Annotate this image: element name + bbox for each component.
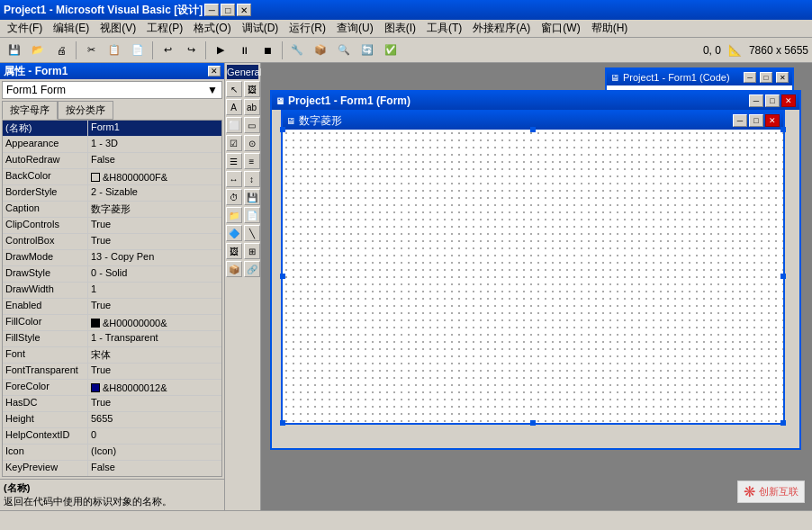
tool-image[interactable]: 🖼 — [226, 243, 242, 259]
tb-paste[interactable]: 📄 — [127, 40, 149, 60]
tool-picture[interactable]: 🖼 — [244, 81, 260, 97]
table-row[interactable]: ForeColor&H80000012& — [3, 380, 221, 396]
code-close-button[interactable]: ✕ — [776, 72, 789, 83]
tb-pause[interactable]: ⏸ — [233, 40, 255, 60]
table-row[interactable]: DrawStyle0 - Solid — [3, 266, 221, 283]
tb-save[interactable]: 💾 — [4, 40, 25, 60]
table-row[interactable]: DrawWidth1 — [3, 283, 221, 299]
minimize-button[interactable]: ─ — [204, 4, 219, 16]
tool-label[interactable]: A — [226, 99, 242, 115]
tool-checkbox[interactable]: ☑ — [226, 135, 242, 151]
tb-open[interactable]: 📂 — [27, 40, 49, 60]
code-min-button[interactable]: ─ — [744, 72, 756, 83]
table-row[interactable]: FontTransparentTrue — [3, 364, 221, 380]
table-row[interactable]: BorderStyle2 - Sizable — [3, 185, 221, 202]
table-row[interactable]: EnabledTrue — [3, 299, 221, 315]
resize-handle-tr[interactable] — [780, 127, 786, 132]
menu-query[interactable]: 查询(U) — [331, 20, 379, 37]
resize-handle-left[interactable] — [280, 274, 285, 279]
table-row[interactable]: HasDCTrue — [3, 396, 221, 412]
table-row[interactable]: HelpContextID0 — [3, 428, 221, 445]
tool-radio[interactable]: ⊙ — [244, 135, 260, 151]
tb-print[interactable]: 🖨 — [50, 40, 72, 60]
inner-max-button[interactable]: □ — [749, 114, 763, 127]
inner-min-button[interactable]: ─ — [733, 114, 747, 127]
table-row[interactable]: KeyPreviewFalse — [3, 461, 221, 477]
resize-handle-right[interactable] — [780, 274, 786, 279]
tool-drive[interactable]: 💾 — [244, 189, 260, 205]
tb-find[interactable]: 🔍 — [333, 40, 355, 60]
tool-frame[interactable]: ⬜ — [226, 117, 242, 133]
props-grid[interactable]: (名称)Form1Appearance1 - 3DAutoRedrawFalse… — [2, 120, 222, 477]
menu-window[interactable]: 窗口(W) — [536, 20, 585, 37]
resize-handle-br[interactable] — [780, 420, 786, 426]
tool-line[interactable]: ╲ — [244, 225, 260, 241]
menu-tools[interactable]: 工具(T) — [421, 20, 467, 37]
tool-combo[interactable]: ☰ — [226, 153, 242, 169]
table-row[interactable]: FillColor&H00000000& — [3, 315, 221, 331]
tool-hscroll[interactable]: ↔ — [226, 171, 242, 187]
form-max-button[interactable]: □ — [765, 94, 780, 107]
tool-command[interactable]: ▭ — [244, 117, 260, 133]
maximize-button[interactable]: □ — [221, 4, 235, 16]
props-dropdown[interactable]: Form1 Form ▼ — [2, 81, 222, 99]
tool-pointer[interactable]: ↖ — [226, 81, 242, 97]
table-row[interactable]: Font宋体 — [3, 347, 221, 364]
table-row[interactable]: ClipControlsTrue — [3, 218, 221, 234]
resize-handle-top[interactable] — [530, 127, 536, 132]
menu-debug[interactable]: 调试(D) — [237, 20, 284, 37]
table-row[interactable]: (名称)Form1 — [3, 121, 221, 137]
menu-chart[interactable]: 图表(I) — [379, 20, 421, 37]
tb-check[interactable]: ✅ — [380, 40, 401, 60]
tool-dir[interactable]: 📁 — [226, 207, 242, 223]
tool-shape[interactable]: 🔷 — [226, 225, 242, 241]
menu-view[interactable]: 视图(V) — [95, 20, 141, 37]
menu-run[interactable]: 运行(R) — [284, 20, 331, 37]
table-row[interactable]: Icon(Icon) — [3, 445, 221, 461]
table-row[interactable]: Caption数字菱形 — [3, 202, 221, 218]
form-min-button[interactable]: ─ — [749, 94, 763, 107]
resize-handle-bottom[interactable] — [530, 420, 536, 426]
props-close-button[interactable]: ✕ — [208, 66, 221, 76]
tab-category[interactable]: 按分类序 — [58, 101, 113, 120]
table-row[interactable]: ControlBoxTrue — [3, 234, 221, 250]
tb-refresh[interactable]: 🔄 — [356, 40, 378, 60]
menu-help[interactable]: 帮助(H) — [586, 20, 634, 37]
inner-form[interactable]: 🖥 数字菱形 ─ □ ✕ — [281, 110, 785, 425]
table-row[interactable]: AutoRedrawFalse — [3, 153, 221, 169]
tool-ole[interactable]: 📦 — [226, 261, 242, 277]
tb-redo[interactable]: ↪ — [180, 40, 202, 60]
tb-run[interactable]: ▶ — [210, 40, 231, 60]
menu-format[interactable]: 格式(O) — [188, 20, 236, 37]
tb-stop[interactable]: ⏹ — [257, 40, 278, 60]
resize-handle-bl[interactable] — [280, 420, 285, 426]
table-row[interactable]: DrawMode13 - Copy Pen — [3, 250, 221, 266]
tool-vscroll[interactable]: ↕ — [244, 171, 260, 187]
tb-settings[interactable]: 🔧 — [286, 40, 308, 60]
form-close-button[interactable]: ✕ — [781, 94, 796, 107]
table-row[interactable]: FillStyle1 - Transparent — [3, 331, 221, 347]
menu-project[interactable]: 工程(P) — [141, 20, 188, 37]
tool-file[interactable]: 📄 — [244, 207, 260, 223]
code-max-button[interactable]: □ — [760, 72, 772, 83]
menu-addins[interactable]: 外接程序(A) — [467, 20, 536, 37]
tool-listbox[interactable]: ≡ — [244, 153, 260, 169]
tool-data[interactable]: ⊞ — [244, 243, 260, 259]
table-row[interactable]: Height5655 — [3, 412, 221, 428]
tool-extra[interactable]: 🔗 — [244, 261, 260, 277]
tb-undo[interactable]: ↩ — [157, 40, 178, 60]
tb-components[interactable]: 📦 — [310, 40, 331, 60]
tool-timer[interactable]: ⏱ — [226, 189, 242, 205]
tb-cut[interactable]: ✂ — [80, 40, 102, 60]
tab-alphabetic[interactable]: 按字母序 — [2, 101, 58, 120]
tb-copy[interactable]: 📋 — [104, 40, 125, 60]
menu-edit[interactable]: 编辑(E) — [48, 20, 95, 37]
form-window[interactable]: 🖥 Project1 - Form1 (Form) ─ □ ✕ 🖥 数字菱形 ─… — [270, 90, 801, 450]
table-row[interactable]: BackColor&H8000000F& — [3, 169, 221, 185]
table-row[interactable]: Appearance1 - 3D — [3, 137, 221, 153]
tool-textbox[interactable]: ab — [244, 99, 260, 115]
inner-close-button[interactable]: ✕ — [765, 114, 780, 127]
design-area[interactable]: 🖥 Project1 - Form1 (Code) ─ □ ✕ 🖥 Projec… — [261, 63, 812, 510]
resize-handle-tl[interactable] — [280, 127, 285, 132]
menu-file[interactable]: 文件(F) — [2, 20, 48, 37]
